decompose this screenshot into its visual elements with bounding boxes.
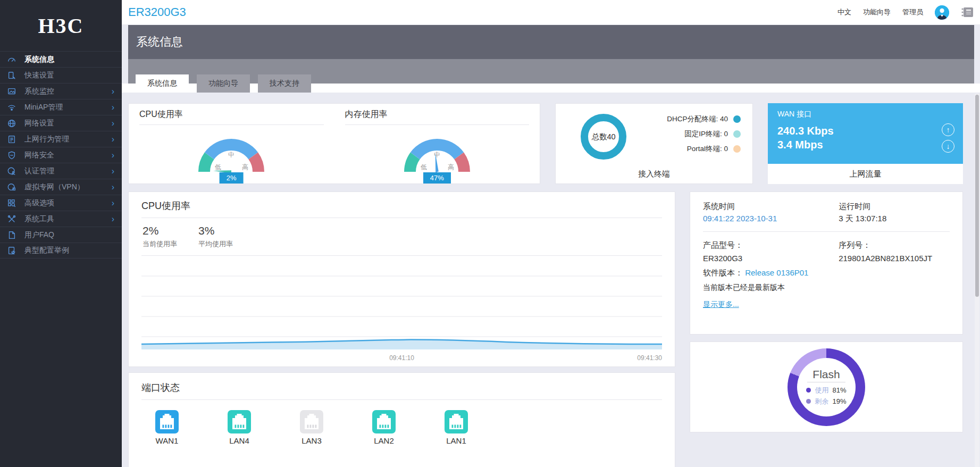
wizard-link[interactable]: 功能向导: [863, 7, 891, 17]
page-banner: 系统信息: [128, 25, 974, 59]
globe-user-icon: [6, 166, 16, 176]
system-time-label: 系统时间: [703, 202, 839, 212]
current-usage-value: 2%: [143, 224, 177, 237]
memory-gauge-panel: 内存使用率 低 中 高 47%: [334, 104, 540, 184]
port-lan4[interactable]: LAN4: [223, 410, 255, 445]
sidebar-item-system-tools[interactable]: 系统工具 ›: [0, 211, 122, 227]
memory-gauge: 低 中 高 47%: [395, 126, 480, 179]
wan-download-speed: 3.4 Mbps: [777, 138, 953, 152]
dhcp-dot-icon: [733, 115, 741, 123]
cpu-gauge-value: 2%: [220, 172, 244, 184]
topbar: ER3200G3 中文 功能向导 管理员: [122, 0, 980, 25]
port-lan3[interactable]: LAN3: [296, 410, 328, 445]
static-ip-dot-icon: [733, 130, 741, 138]
port-label: LAN3: [301, 436, 322, 445]
scrollbar-thumb[interactable]: [975, 95, 979, 297]
sidebar-item-config-examples[interactable]: 典型配置举例: [0, 243, 122, 258]
legend-portal: Portal终端: 0: [667, 144, 741, 154]
port-lan2[interactable]: LAN2: [368, 410, 400, 445]
sidebar-item-label: 用户FAQ: [24, 230, 54, 240]
wan-card: WAN 接口 240.3 Kbps 3.4 Mbps ↑ ↓ 上网流量: [768, 103, 963, 184]
flash-free-label: 剩余: [815, 397, 828, 406]
wan-arrows: ↑ ↓: [942, 123, 954, 153]
sidebar-item-label: 网络设置: [24, 119, 54, 128]
chevron-right-icon: ›: [112, 215, 114, 223]
tab-support[interactable]: 技术支持: [258, 74, 311, 93]
sidebar-item-miniap[interactable]: MiniAP管理 ›: [0, 99, 122, 115]
sidebar-item-advanced-options[interactable]: 高级选项 ›: [0, 195, 122, 211]
average-usage-stat: 3% 平均使用率: [198, 224, 233, 249]
log-icon[interactable]: [961, 6, 975, 18]
cpu-gauge-chart: 低 中 高: [189, 126, 274, 177]
memory-gauge-chart: 低 中 高: [395, 126, 480, 177]
flash-used-dot-icon: [806, 388, 811, 393]
port-status-card: 端口状态 WAN1: [128, 372, 675, 467]
svg-text:低: 低: [215, 163, 221, 171]
legend-static-ip: 固定IP终端: 0: [667, 129, 741, 139]
wan-caption: 上网流量: [768, 164, 963, 184]
port-status-title: 端口状态: [141, 381, 662, 400]
svg-text:中: 中: [434, 151, 440, 159]
tabs: 系统信息 功能向导 技术支持: [136, 74, 311, 93]
sidebar-item-behavior-management[interactable]: 上网行为管理 ›: [0, 131, 122, 147]
h3c-logo-text: H3C: [38, 13, 84, 38]
scrollbar-track[interactable]: [975, 94, 979, 467]
document-star-icon: [6, 246, 16, 256]
sidebar-item-auth-management[interactable]: 认证管理 ›: [0, 163, 122, 179]
average-usage-value: 3%: [198, 224, 233, 237]
uptime-value: 3 天 13:07:18: [839, 214, 950, 224]
memory-gauge-title: 内存使用率: [345, 109, 530, 125]
legend-dhcp-label: DHCP分配终端: 40: [667, 114, 728, 124]
flash-free-dot-icon: [806, 399, 811, 404]
ethernet-port-icon: [299, 410, 324, 434]
faq-document-icon: [6, 230, 16, 240]
sidebar-item-vpn[interactable]: 虚拟专网（VPN） ›: [0, 179, 122, 195]
tab-system-info[interactable]: 系统信息: [136, 74, 189, 93]
flash-legend: 使用 81% 剩余 19%: [806, 386, 846, 406]
detail-row: CPU使用率 2% 当前使用率 3% 平均使用率: [128, 191, 963, 467]
current-usage-stat: 2% 当前使用率: [143, 224, 177, 249]
cpu-gauge-title: CPU使用率: [139, 109, 324, 125]
port-label: LAN4: [229, 436, 249, 445]
sidebar-item-network-security[interactable]: 网络安全 ›: [0, 147, 122, 163]
chevron-right-icon: ›: [112, 87, 114, 96]
cpu-usage-line-chart: [141, 256, 662, 354]
sidebar-nav: 系统信息 快速设置 系统监控 › MiniAP管理 › 网络设置 › 上网行为管…: [0, 51, 122, 258]
uptime-label: 运行时间: [839, 202, 950, 212]
portal-dot-icon: [733, 145, 741, 153]
port-wan1[interactable]: WAN1: [151, 410, 183, 445]
terminals-card: 总数40 DHCP分配终端: 40 固定IP终端: 0 Portal终端: 0: [555, 103, 753, 184]
device-info-section: 产品型号： ER3200G3 软件版本： Release 0136P01 当前版…: [703, 232, 950, 310]
chevron-right-icon: ›: [112, 103, 114, 112]
sidebar-item-system-monitor[interactable]: 系统监控 ›: [0, 83, 122, 99]
sidebar-item-system-info[interactable]: 系统信息: [0, 51, 122, 67]
user-avatar-icon: [935, 5, 949, 20]
admin-link[interactable]: 管理员: [902, 7, 923, 17]
svg-text:高: 高: [242, 163, 248, 171]
language-link[interactable]: 中文: [837, 7, 851, 17]
flash-donut-center: Flash 使用 81% 剩余 19%: [797, 358, 856, 416]
port-lan1[interactable]: LAN1: [440, 410, 472, 445]
svg-text:中: 中: [228, 151, 234, 159]
ethernet-port-icon: [372, 410, 396, 434]
show-more-link[interactable]: 显示更多...: [703, 300, 739, 310]
wan-upload-speed: 240.3 Kbps: [777, 124, 953, 138]
flash-title: Flash: [807, 368, 845, 382]
tab-wizard[interactable]: 功能向导: [197, 74, 250, 93]
tab-strip: 系统信息 功能向导 技术支持: [128, 59, 974, 84]
sidebar-item-network-settings[interactable]: 网络设置 ›: [0, 115, 122, 131]
ethernet-port-icon: [444, 410, 468, 434]
terminals-donut-chart: 总数40: [578, 111, 629, 162]
h3c-logo: H3C: [0, 0, 122, 51]
cpu-chart-card: CPU使用率 2% 当前使用率 3% 平均使用率: [128, 191, 675, 367]
avatar[interactable]: [935, 5, 949, 20]
sidebar-item-quick-setup[interactable]: 快速设置: [0, 67, 122, 83]
wan-card-top: WAN 接口 240.3 Kbps 3.4 Mbps ↑ ↓: [768, 103, 963, 164]
chevron-right-icon: ›: [112, 151, 114, 160]
ethernet-port-icon: [227, 410, 252, 434]
terminals-total-label: 总数40: [591, 132, 615, 141]
flash-used-value: 81%: [832, 386, 846, 394]
flash-free-value: 19%: [832, 397, 846, 405]
shield-icon: [6, 150, 16, 160]
sidebar-item-user-faq[interactable]: 用户FAQ: [0, 227, 122, 243]
